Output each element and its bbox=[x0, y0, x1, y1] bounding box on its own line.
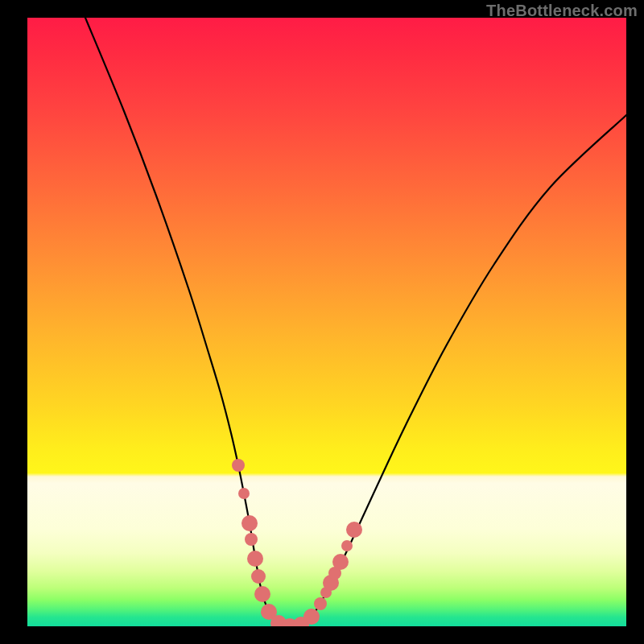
marker-dot bbox=[232, 459, 245, 472]
watermark-text: TheBottleneck.com bbox=[486, 2, 638, 20]
plot-area bbox=[27, 18, 626, 626]
curve-layer bbox=[27, 18, 626, 626]
marker-dot bbox=[314, 597, 327, 610]
marker-dot bbox=[247, 551, 263, 567]
marker-dot bbox=[346, 522, 362, 538]
marker-dot bbox=[238, 488, 250, 499]
marker-dot bbox=[332, 554, 349, 570]
marker-dot bbox=[251, 569, 266, 584]
marker-dot bbox=[341, 540, 353, 551]
marker-dots bbox=[232, 459, 362, 626]
chart-frame: TheBottleneck.com bbox=[0, 0, 644, 644]
marker-dot bbox=[245, 533, 258, 546]
marker-dot bbox=[242, 515, 258, 531]
marker-dot bbox=[254, 586, 270, 602]
marker-dot bbox=[303, 609, 320, 625]
